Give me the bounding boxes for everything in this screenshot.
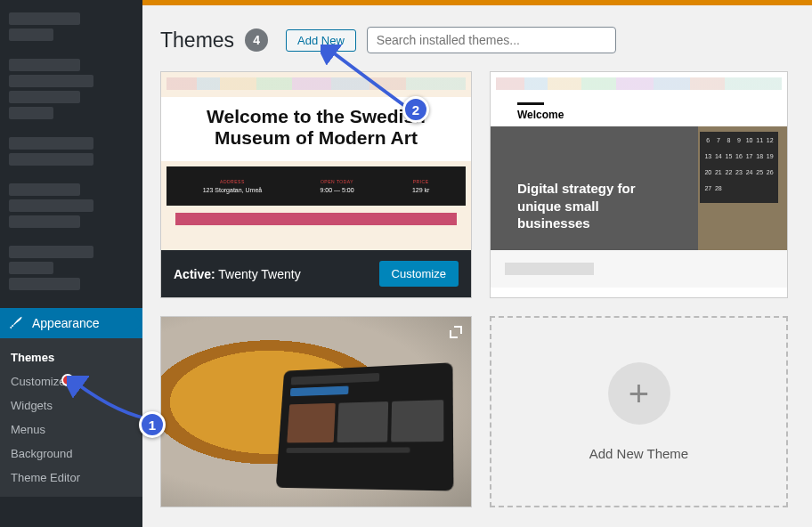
- sidebar-blurred-items: [0, 0, 142, 290]
- customize-button[interactable]: Customize: [379, 261, 459, 287]
- hero-tagline: Digital strategy for unique small busine…: [517, 180, 666, 232]
- page-title: Themes: [160, 28, 234, 53]
- tablet-mockup: [276, 362, 454, 491]
- pixel-decoration: [496, 77, 782, 90]
- theme-count-badge: 4: [245, 28, 268, 52]
- add-new-theme-card[interactable]: + Add New Theme: [490, 316, 788, 507]
- theme-footer: Active: Twenty Twenty Customize: [161, 250, 471, 297]
- admin-sidebar: Appearance Themes Customize Widgets Menu…: [0, 0, 142, 527]
- submenu-item-theme-editor[interactable]: Theme Editor: [0, 466, 142, 490]
- annotation-bubble-2: 2: [402, 96, 429, 123]
- theme-name: Active: Twenty Twenty: [174, 267, 301, 281]
- theme-card[interactable]: Welcome 67891011121314151617181920212223…: [490, 71, 788, 298]
- pixel-decoration: [166, 77, 466, 90]
- submenu-item-background[interactable]: Background: [0, 442, 142, 466]
- blurred-theme-name: [505, 263, 594, 275]
- notice-bar: [142, 0, 812, 5]
- theme-footer-strip: [491, 250, 787, 288]
- pink-bar: [175, 213, 457, 225]
- brush-icon: [9, 315, 25, 331]
- main-content: Themes 4 Add New Welcome to the Swedish …: [142, 0, 812, 527]
- calendar-widget: 6789101112131415161718192021222324252627…: [700, 132, 778, 203]
- hero-area: 6789101112131415161718192021222324252627…: [491, 126, 787, 250]
- theme-card[interactable]: [160, 316, 472, 507]
- welcome-label: Welcome: [517, 109, 760, 121]
- add-card-label: Add New Theme: [589, 446, 688, 461]
- sidebar-item-appearance[interactable]: Appearance: [0, 308, 142, 338]
- sidebar-item-label: Appearance: [32, 316, 100, 330]
- annotation-bubble-1: 1: [139, 411, 166, 438]
- expand-icon: [450, 326, 462, 338]
- submenu-item-themes[interactable]: Themes: [0, 345, 142, 369]
- page-header: Themes 4 Add New: [160, 9, 794, 71]
- screenshot-info-bar: ADDRESS123 Storgatan, Umeå OPEN TODAY9:0…: [166, 166, 466, 206]
- plus-icon: +: [608, 362, 670, 425]
- theme-screenshot: Welcome 67891011121314151617181920212223…: [491, 72, 787, 250]
- themes-grid: Welcome to the Swedish Museum of Modern …: [160, 71, 794, 507]
